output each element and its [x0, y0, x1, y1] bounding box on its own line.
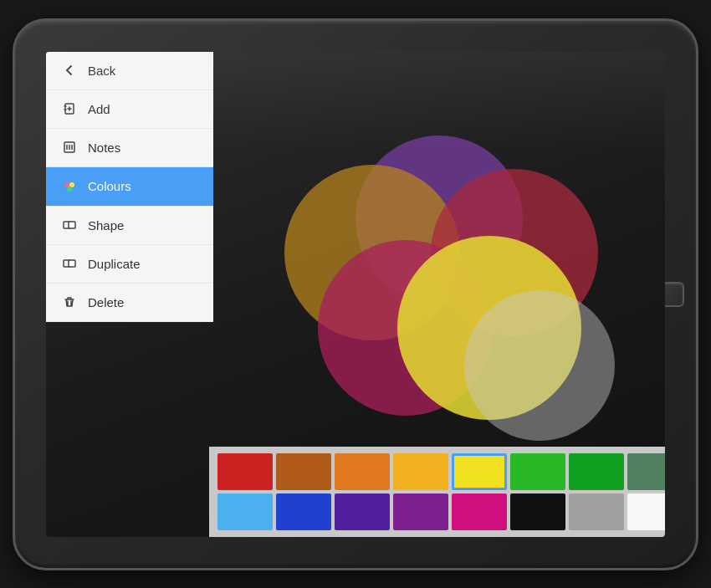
svg-rect-11 [69, 260, 75, 267]
color-palette [209, 447, 665, 537]
ipad-frame: BackAddNotesColoursShapeDuplicateDelete [13, 18, 698, 570]
colours-label: Colours [88, 179, 131, 193]
color-swatch-dark-purple[interactable] [335, 493, 390, 530]
svg-point-6 [69, 182, 74, 187]
color-swatch-light-green[interactable] [510, 453, 565, 490]
color-swatch-blue[interactable] [276, 493, 331, 530]
svg-rect-9 [69, 222, 75, 228]
sidebar-item-add[interactable]: Add [46, 90, 213, 129]
content-area: BackAddNotesColoursShapeDuplicateDelete [46, 52, 665, 537]
sidebar-item-shape[interactable]: Shape [46, 207, 213, 245]
gray-circle[interactable] [464, 290, 615, 441]
color-swatch-black[interactable] [510, 493, 565, 530]
screen: BackAddNotesColoursShapeDuplicateDelete [46, 52, 665, 537]
color-row-0 [217, 453, 657, 490]
svg-point-5 [64, 182, 69, 187]
color-swatch-light-blue[interactable] [217, 493, 273, 530]
sidebar-item-delete[interactable]: Delete [46, 284, 213, 322]
back-icon [61, 64, 78, 77]
color-swatch-green[interactable] [569, 453, 624, 490]
add-icon [61, 102, 78, 115]
color-swatch-white[interactable] [627, 493, 665, 530]
color-swatch-purple[interactable] [393, 493, 448, 530]
notes-label: Notes [88, 141, 120, 155]
delete-label: Delete [88, 295, 124, 309]
sidebar-item-notes[interactable]: Notes [46, 129, 213, 167]
color-swatch-brown[interactable] [276, 453, 331, 490]
duplicate-label: Duplicate [88, 257, 141, 271]
back-label: Back [88, 64, 115, 78]
sidebar: BackAddNotesColoursShapeDuplicateDelete [46, 52, 213, 322]
notes-icon [61, 141, 78, 154]
color-swatch-magenta[interactable] [452, 493, 507, 530]
add-label: Add [88, 102, 110, 116]
color-swatch-orange[interactable] [335, 453, 390, 490]
delete-icon [61, 295, 78, 309]
color-swatch-grey[interactable] [569, 493, 624, 530]
color-swatch-yellow[interactable] [452, 453, 507, 490]
color-row-1 [217, 493, 657, 530]
svg-point-7 [67, 187, 72, 192]
sidebar-item-back[interactable]: Back [46, 52, 213, 90]
duplicate-icon [61, 257, 78, 270]
sidebar-item-duplicate[interactable]: Duplicate [46, 245, 213, 284]
sidebar-item-colours[interactable]: Colours [46, 167, 213, 207]
color-swatch-dark-green[interactable] [627, 453, 665, 490]
shape-icon [61, 218, 78, 232]
shape-label: Shape [88, 218, 124, 233]
color-swatch-amber[interactable] [393, 453, 448, 490]
colours-icon [61, 179, 78, 194]
color-swatch-red[interactable] [217, 453, 273, 490]
